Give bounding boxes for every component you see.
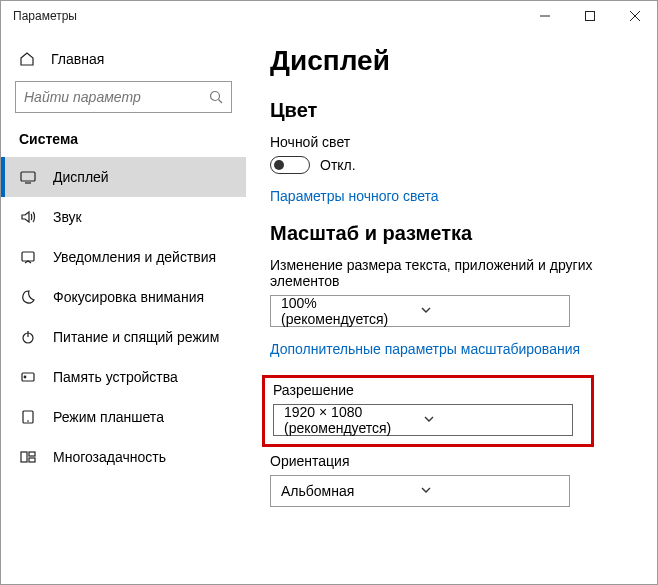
sidebar-item-tablet[interactable]: Режим планшета — [1, 397, 246, 437]
content-pane: Дисплей Цвет Ночной свет Откл. Параметры… — [246, 31, 657, 584]
multitask-icon — [19, 449, 37, 465]
sidebar-item-sound[interactable]: Звук — [1, 197, 246, 237]
settings-window: Параметры Главная Система Дисплей — [0, 0, 658, 585]
resolution-value: 1920 × 1080 (рекомендуется) — [284, 404, 423, 436]
night-light-label: Ночной свет — [270, 134, 633, 150]
search-box[interactable] — [15, 81, 232, 113]
svg-rect-1 — [585, 12, 594, 21]
sidebar-item-power[interactable]: Питание и спящий режим — [1, 317, 246, 357]
chevron-down-icon — [423, 412, 562, 428]
chevron-down-icon — [420, 303, 559, 319]
sidebar-group-title: Система — [1, 131, 246, 157]
resolution-highlight: Разрешение 1920 × 1080 (рекомендуется) — [262, 375, 594, 447]
svg-rect-8 — [22, 252, 34, 261]
advanced-scale-link[interactable]: Дополнительные параметры масштабирования — [270, 341, 633, 357]
tablet-icon — [19, 409, 37, 425]
sidebar-item-storage[interactable]: Память устройства — [1, 357, 246, 397]
svg-line-5 — [219, 100, 223, 104]
home-icon — [19, 51, 35, 67]
svg-point-4 — [211, 92, 220, 101]
storage-icon — [19, 369, 37, 385]
scale-label: Изменение размера текста, приложений и д… — [270, 257, 633, 289]
nav-label: Дисплей — [53, 169, 109, 185]
resolution-dropdown[interactable]: 1920 × 1080 (рекомендуется) — [273, 404, 573, 436]
home-nav[interactable]: Главная — [1, 41, 246, 81]
window-controls — [522, 1, 657, 31]
maximize-button[interactable] — [567, 1, 612, 31]
section-color: Цвет — [270, 99, 633, 122]
night-light-settings-link[interactable]: Параметры ночного света — [270, 188, 633, 204]
window-title: Параметры — [13, 9, 522, 23]
power-icon — [19, 329, 37, 345]
svg-point-12 — [24, 376, 26, 378]
svg-rect-15 — [21, 452, 27, 462]
page-title: Дисплей — [270, 45, 633, 77]
sidebar-item-display[interactable]: Дисплей — [1, 157, 246, 197]
orientation-label: Ориентация — [270, 453, 633, 469]
svg-rect-16 — [29, 452, 35, 456]
section-scale: Масштаб и разметка — [270, 222, 633, 245]
scale-dropdown[interactable]: 100% (рекомендуется) — [270, 295, 570, 327]
sidebar-item-notifications[interactable]: Уведомления и действия — [1, 237, 246, 277]
nav-label: Питание и спящий режим — [53, 329, 219, 345]
svg-rect-17 — [29, 458, 35, 462]
close-button[interactable] — [612, 1, 657, 31]
nav-label: Уведомления и действия — [53, 249, 216, 265]
search-icon — [209, 90, 223, 104]
notifications-icon — [19, 249, 37, 265]
display-icon — [19, 169, 37, 185]
nav-label: Звук — [53, 209, 82, 225]
orientation-value: Альбомная — [281, 483, 420, 499]
sidebar-item-multitask[interactable]: Многозадачность — [1, 437, 246, 477]
nav-label: Многозадачность — [53, 449, 166, 465]
search-input[interactable] — [24, 89, 209, 105]
home-label: Главная — [51, 51, 104, 67]
night-light-toggle[interactable] — [270, 156, 310, 174]
nav-label: Фокусировка внимания — [53, 289, 204, 305]
minimize-button[interactable] — [522, 1, 567, 31]
focus-icon — [19, 289, 37, 305]
titlebar: Параметры — [1, 1, 657, 31]
scale-value: 100% (рекомендуется) — [281, 295, 420, 327]
sidebar-item-focus[interactable]: Фокусировка внимания — [1, 277, 246, 317]
toggle-knob — [274, 160, 284, 170]
svg-rect-6 — [21, 172, 35, 181]
toggle-state: Откл. — [320, 157, 356, 173]
sidebar: Главная Система Дисплей Звук Уведомления… — [1, 31, 246, 584]
nav-label: Режим планшета — [53, 409, 164, 425]
resolution-label: Разрешение — [273, 382, 583, 398]
nav-label: Память устройства — [53, 369, 178, 385]
sound-icon — [19, 209, 37, 225]
chevron-down-icon — [420, 483, 559, 499]
orientation-dropdown[interactable]: Альбомная — [270, 475, 570, 507]
